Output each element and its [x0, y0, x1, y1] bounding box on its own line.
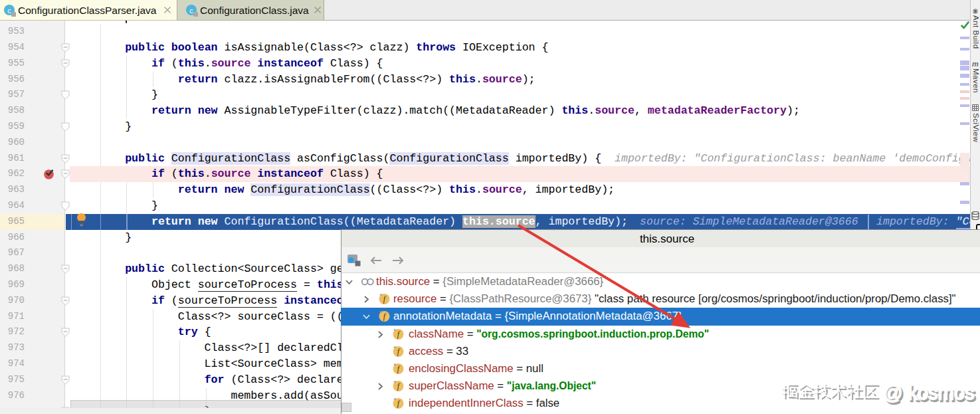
svg-text:c: c [189, 7, 193, 15]
svg-text:c: c [7, 7, 11, 15]
